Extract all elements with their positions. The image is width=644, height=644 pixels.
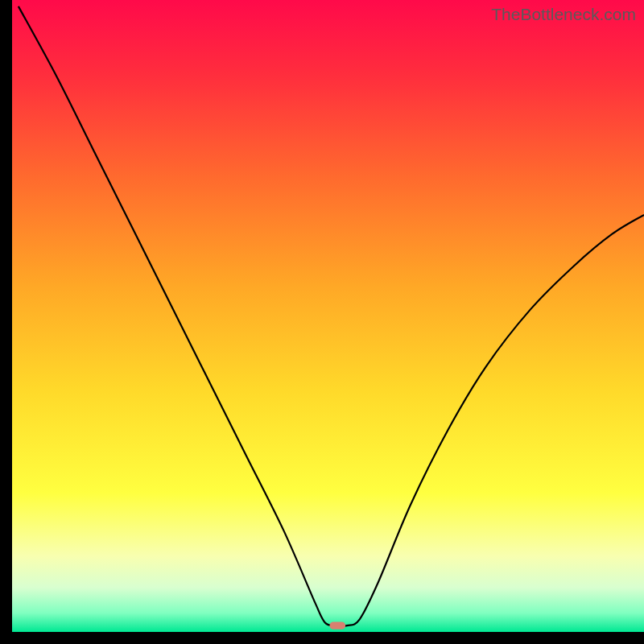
chart-svg (0, 0, 644, 644)
plot-background (12, 0, 644, 632)
bottleneck-chart: TheBottleneck.com (0, 0, 644, 644)
watermark-text: TheBottleneck.com (491, 5, 636, 24)
optimal-marker (329, 621, 345, 629)
